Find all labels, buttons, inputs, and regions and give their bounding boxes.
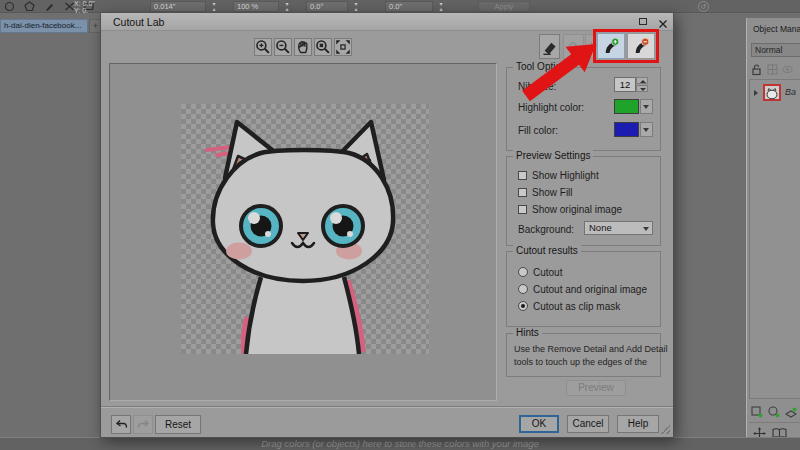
highlight-color-label: Highlight color: [518,102,584,113]
show-highlight-checkbox[interactable] [518,171,527,180]
layer-name[interactable]: Ba [785,87,796,97]
group-title: Preview Settings [513,150,593,161]
nib-size-input[interactable]: 12 [614,77,636,92]
maximize-button[interactable] [634,15,652,29]
ellipse-tool-icon[interactable] [4,1,15,12]
new-lens-icon[interactable] [768,406,780,418]
chevron-down-icon [643,105,649,109]
dialog-titlebar[interactable]: Cutout Lab [101,13,673,31]
show-fill-label: Show Fill [532,187,573,198]
lock-icon[interactable] [751,63,762,76]
show-fill-checkbox[interactable] [518,188,527,197]
cat-thumbnail-image [765,87,779,100]
help-button[interactable]: Help [617,415,659,433]
cutout-radio-label: Cutout [533,267,562,278]
zoom-to-selection-button[interactable] [314,38,332,56]
expand-arrow-icon[interactable] [754,90,758,96]
show-original-image-checkbox[interactable] [518,205,527,214]
undo-icon [115,418,128,431]
cutout-as-clip-mask-radio-label: Cutout as clip mask [533,301,620,312]
chevron-down-icon [643,227,649,231]
blend-mode-select[interactable]: Normal [751,43,800,57]
status-bar: Drag colors (or objects) here to store t… [0,437,800,450]
layers-list: Ba [749,79,800,399]
zoom-in-icon [255,39,271,55]
show-highlight-label: Show Highlight [532,170,599,181]
image-canvas[interactable] [181,104,429,354]
cutout-radio[interactable] [518,267,528,277]
remove-detail-icon [631,37,650,56]
apply-button[interactable]: Apply [478,1,530,12]
layer-thumbnail[interactable] [763,84,781,101]
zoom-to-fit-button[interactable] [334,38,352,56]
zoom-out-button[interactable] [274,38,292,56]
layer-row[interactable]: Ba [751,83,800,103]
cutout-as-clip-mask-radio[interactable] [518,301,528,311]
undo-button[interactable] [111,415,131,434]
group-title: Cutout results [513,245,581,256]
pan-button[interactable] [294,38,312,56]
zoom-in-button[interactable] [254,38,272,56]
preview-button: Preview [566,380,626,396]
maximize-icon [639,18,647,25]
undo-tool-button [563,34,584,59]
add-detail-tool-button[interactable] [597,33,625,59]
offset-field[interactable]: 0.0" [385,1,433,12]
hand-icon [295,39,311,55]
resize-grip[interactable] [661,425,670,434]
close-button[interactable] [654,15,672,29]
object-manager-title: Object Manag [753,24,800,34]
eraser-tool-button[interactable] [539,34,560,59]
rotation-field[interactable]: 0.0° [306,1,348,12]
hint-text-line2: tools to touch up the edges of the [514,357,647,367]
scale-field[interactable]: 100 % [233,1,279,12]
rotation-spinner[interactable]: ▾▴ [350,2,362,11]
eraser-icon [541,38,558,55]
cat-image [181,104,429,354]
fill-color-label: Fill color: [518,125,558,136]
document-tab[interactable]: h-dai-dien-facebook... [0,19,88,33]
panel-divider [749,422,800,423]
offset-spinner[interactable]: ▾▴ [435,2,447,11]
zoom-selection-icon [315,39,331,55]
cutout-lab-dialog: Cutout Lab [100,12,674,438]
nib-size-label: Nib size: [518,81,556,92]
polygon-tool-icon[interactable] [24,1,35,12]
hint-text-line1: Use the Remove Detail and Add Detail [514,344,668,354]
new-object-icon[interactable] [751,406,763,418]
remove-detail-tool-button[interactable] [627,33,655,59]
add-detail-icon [601,37,620,56]
fill-color-swatch[interactable] [614,122,639,137]
grid-view-icon[interactable] [767,64,778,75]
cutout-and-original-radio-label: Cutout and original image [533,284,647,295]
highlight-color-swatch[interactable] [614,99,639,114]
close-icon [658,19,668,29]
x-coordinate-value: X: 0.0" [74,0,95,7]
hints-group: Hints Use the Remove Detail and Add Deta… [506,333,661,377]
background-label: Background: [518,224,574,235]
group-title: Hints [513,327,542,338]
reset-button[interactable]: Reset [155,415,201,434]
sync-icon[interactable]: ↺ [698,1,709,12]
ok-button[interactable]: OK [519,415,559,433]
show-original-image-label: Show original image [532,204,622,215]
dialog-title: Cutout Lab [113,16,164,28]
object-size-field[interactable]: 0.014" [150,1,206,12]
background-select[interactable]: None [584,221,653,235]
pen-tool-icon[interactable] [44,1,55,12]
cutout-and-original-radio[interactable] [518,284,528,294]
eye-icon[interactable] [782,64,793,75]
dialog-bottom-divider [101,406,673,408]
nib-size-stepper[interactable] [636,77,648,92]
fill-color-dropdown[interactable] [640,122,653,137]
highlight-color-dropdown[interactable] [640,99,653,114]
scale-spinner[interactable]: ▾▴ [281,2,293,11]
size-spinner[interactable]: ▾▴ [208,2,220,11]
background-value: None [589,222,612,233]
zoom-out-icon [275,39,291,55]
disabled-tool-icon [566,40,580,54]
new-layer-icon[interactable] [785,406,797,418]
object-manager-panel: Object Manag Normal Ba [746,18,800,450]
cancel-button[interactable]: Cancel [567,415,609,433]
group-title: Tool Options [513,61,575,72]
